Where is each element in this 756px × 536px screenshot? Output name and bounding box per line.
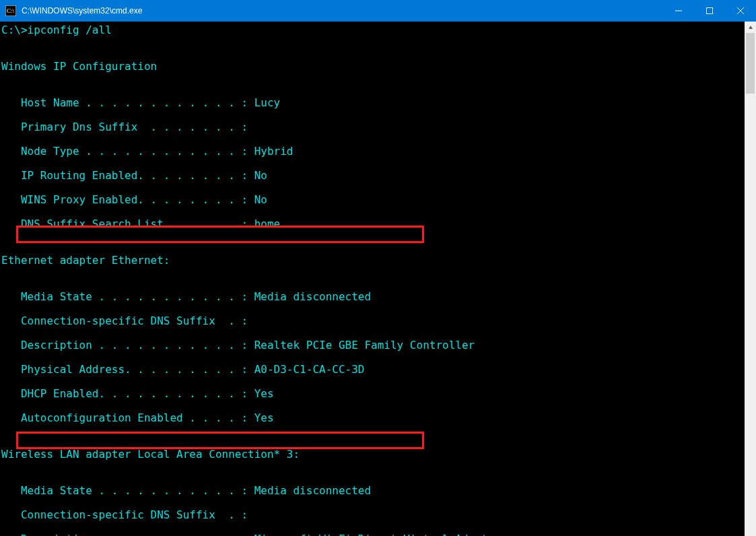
- output-line: Description . . . . . . . . . . . : Micr…: [1, 533, 745, 536]
- scroll-up-button[interactable]: [745, 22, 756, 33]
- output-line: Host Name . . . . . . . . . . . . : Lucy: [1, 97, 745, 109]
- output-line: Media State . . . . . . . . . . . : Medi…: [1, 291, 745, 303]
- svg-marker-6: [749, 26, 753, 29]
- cmd-window: C:\ C:\WINDOWS\system32\cmd.exe C:\>ipco…: [0, 0, 756, 536]
- minimize-button[interactable]: [663, 0, 694, 22]
- prompt-line: C:\>ipconfig /all: [1, 24, 745, 36]
- output-line: Physical Address. . . . . . . . . : A0-D…: [1, 364, 745, 376]
- output-line: DHCP Enabled. . . . . . . . . . . : Yes: [1, 388, 745, 400]
- svg-text:C:\: C:\: [7, 7, 15, 14]
- output-line: Connection-specific DNS Suffix . :: [1, 315, 745, 327]
- output-line: Node Type . . . . . . . . . . . . : Hybr…: [1, 145, 745, 158]
- scrollbar-track[interactable]: [745, 33, 756, 536]
- section-heading: Ethernet adapter Ethernet:: [1, 255, 745, 267]
- output-line: Autoconfiguration Enabled . . . . : Yes: [1, 412, 745, 424]
- output-line: Connection-specific DNS Suffix . :: [1, 509, 745, 521]
- vertical-scrollbar[interactable]: [745, 22, 756, 536]
- titlebar[interactable]: C:\ C:\WINDOWS\system32\cmd.exe: [0, 0, 756, 22]
- cmd-icon: C:\: [5, 5, 16, 16]
- window-title: C:\WINDOWS\system32\cmd.exe: [20, 0, 663, 22]
- highlight-box: [16, 432, 424, 449]
- close-button[interactable]: [725, 0, 756, 22]
- output-line: DNS Suffix Search List. . . . . . : home: [1, 218, 745, 230]
- terminal-output[interactable]: C:\>ipconfig /all Windows IP Configurati…: [0, 22, 745, 536]
- output-line: Primary Dns Suffix . . . . . . . :: [1, 121, 745, 133]
- window-controls: [663, 0, 756, 22]
- section-heading: Windows IP Configuration: [1, 61, 745, 73]
- output-line: Media State . . . . . . . . . . . : Medi…: [1, 485, 745, 497]
- output-line: WINS Proxy Enabled. . . . . . . . : No: [1, 194, 745, 206]
- output-line: IP Routing Enabled. . . . . . . . : No: [1, 170, 745, 182]
- client-area: C:\>ipconfig /all Windows IP Configurati…: [0, 22, 756, 536]
- output-line: Description . . . . . . . . . . . : Real…: [1, 339, 745, 351]
- svg-rect-3: [707, 8, 713, 14]
- section-heading: Wireless LAN adapter Local Area Connecti…: [1, 448, 745, 461]
- scrollbar-thumb[interactable]: [746, 33, 755, 94]
- maximize-button[interactable]: [694, 0, 725, 22]
